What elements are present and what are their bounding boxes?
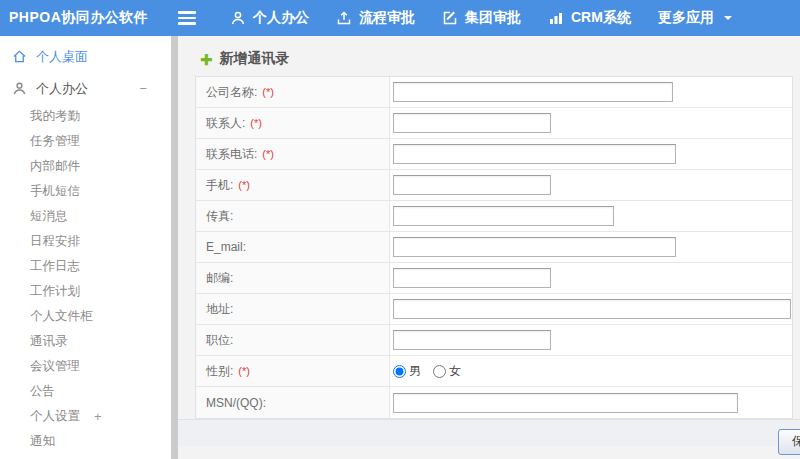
nav-item-2[interactable]: 流程审批 [336, 9, 415, 27]
sidebar-item-个人文件柜[interactable]: 个人文件柜 [0, 304, 171, 329]
nav-item-label: 流程审批 [359, 9, 415, 27]
sidebar-item-个人办公[interactable]: 个人办公− [0, 75, 171, 102]
fax-input[interactable] [393, 206, 614, 226]
contact-person-input[interactable] [393, 113, 551, 133]
gender-radio[interactable] [393, 365, 406, 378]
field-value-position [390, 325, 792, 355]
sidebar-item-公告[interactable]: 公告 [0, 379, 171, 404]
nav-item-3[interactable]: 集团审批 [442, 9, 521, 27]
nav-item-5[interactable]: 更多应用 [658, 9, 733, 27]
position-input[interactable] [393, 330, 551, 350]
field-value-email [390, 232, 792, 262]
field-label-msn-qq: MSN/(QQ): [196, 387, 390, 418]
sidebar-item-通知[interactable]: 通知 [0, 429, 171, 454]
form-row-mobile: 手机:(*) [196, 170, 792, 201]
form-row-msn-qq: MSN/(QQ): [196, 387, 792, 418]
hamburger-icon[interactable] [178, 11, 196, 25]
radio-option-label: 女 [449, 363, 461, 380]
nav-item-4[interactable]: CRM系统 [548, 9, 631, 27]
field-value-gender: 男女 [390, 356, 792, 386]
required-marker: (*) [250, 117, 262, 129]
field-value-contact-phone [390, 139, 792, 169]
field-label-text: 联系人: [206, 115, 245, 132]
top-navbar: PHPOA协同办公软件 个人办公流程审批集团审批CRM系统更多应用 [0, 0, 800, 36]
form-row-contact-person: 联系人:(*) [196, 108, 792, 139]
sidebar-scrollbar[interactable] [171, 36, 178, 459]
field-label-text: 手机: [206, 177, 233, 194]
app-title: PHPOA协同办公软件 [0, 9, 178, 27]
sidebar-item-任务管理[interactable]: 任务管理 [0, 129, 171, 154]
mobile-input[interactable] [393, 175, 551, 195]
field-label-fax: 传真: [196, 201, 390, 231]
top-nav-items: 个人办公流程审批集团审批CRM系统更多应用 [230, 9, 733, 27]
sidebar-item-label: 个人文件柜 [30, 308, 93, 325]
save-button[interactable]: 保存 [778, 429, 800, 455]
sidebar-item-label: 个人桌面 [36, 48, 88, 66]
field-value-msn-qq [390, 387, 792, 418]
sidebar-item-个人设置[interactable]: 个人设置+ [0, 404, 171, 429]
form-footer: 保存 [178, 419, 800, 447]
sidebar-item-工作日志[interactable]: 工作日志 [0, 254, 171, 279]
form-row-gender: 性别:(*)男女 [196, 356, 792, 387]
field-label-mobile: 手机:(*) [196, 170, 390, 200]
msn-qq-input[interactable] [393, 393, 738, 413]
bar-chart-icon [548, 10, 564, 26]
sidebar-item-个人桌面[interactable]: 个人桌面 [0, 43, 171, 70]
field-label-gender: 性别:(*) [196, 356, 390, 386]
field-label-text: MSN/(QQ): [206, 396, 266, 410]
field-value-contact-person [390, 108, 792, 138]
sidebar-item-内部邮件[interactable]: 内部邮件 [0, 154, 171, 179]
contact-form: 公司名称:(*)联系人:(*)联系电话:(*)手机:(*)传真:E_mail:邮… [195, 76, 793, 419]
sidebar-item-label: 内部邮件 [30, 158, 80, 175]
gender-option-女[interactable]: 女 [433, 363, 461, 380]
nav-item-1[interactable]: 个人办公 [230, 9, 309, 27]
nav-item-label: CRM系统 [571, 9, 631, 27]
page-title-text: 新增通讯录 [220, 50, 290, 68]
address-input[interactable] [393, 299, 791, 319]
required-marker: (*) [262, 148, 274, 160]
field-value-address [390, 294, 792, 324]
field-value-mobile [390, 170, 792, 200]
gender-radio[interactable] [433, 365, 446, 378]
zip-code-input[interactable] [393, 268, 551, 288]
sidebar-item-label: 通知 [30, 433, 55, 450]
caret-down-icon [723, 13, 733, 23]
sidebar-item-label: 短消息 [30, 208, 68, 225]
field-label-email: E_mail: [196, 232, 390, 262]
page-title: ✚ 新增通讯录 [200, 50, 800, 68]
user-icon [230, 10, 246, 26]
sidebar-item-label: 手机短信 [30, 183, 80, 200]
sidebar-item-会议管理[interactable]: 会议管理 [0, 354, 171, 379]
sidebar-item-label: 会议管理 [30, 358, 80, 375]
required-marker: (*) [262, 86, 274, 98]
sidebar-item-label: 工作日志 [30, 258, 80, 275]
sidebar-item-日程安排[interactable]: 日程安排 [0, 229, 171, 254]
field-label-text: 职位: [206, 332, 233, 349]
field-label-text: E_mail: [206, 240, 246, 254]
edit-icon [442, 10, 458, 26]
company-name-input[interactable] [393, 82, 673, 102]
form-row-position: 职位: [196, 325, 792, 356]
main-layout: 个人桌面个人办公−我的考勤任务管理内部邮件手机短信短消息日程安排工作日志工作计划… [0, 36, 800, 459]
sidebar-item-label: 日程安排 [30, 233, 80, 250]
sidebar-item-工作计划[interactable]: 工作计划 [0, 279, 171, 304]
contact-phone-input[interactable] [393, 144, 676, 164]
upload-icon [336, 10, 352, 26]
sidebar-item-我的考勤[interactable]: 我的考勤 [0, 104, 171, 129]
field-label-text: 邮编: [206, 270, 233, 287]
field-label-position: 职位: [196, 325, 390, 355]
sidebar-item-手机短信[interactable]: 手机短信 [0, 179, 171, 204]
gender-option-男[interactable]: 男 [393, 363, 421, 380]
gender-radio-group: 男女 [393, 363, 461, 380]
sidebar-item-label: 工作计划 [30, 283, 80, 300]
user-icon [12, 81, 27, 96]
field-label-contact-phone: 联系电话:(*) [196, 139, 390, 169]
sidebar-item-短消息[interactable]: 短消息 [0, 204, 171, 229]
field-label-text: 传真: [206, 208, 233, 225]
expand-icon[interactable]: + [94, 409, 102, 424]
collapse-icon[interactable]: − [139, 81, 147, 96]
field-value-fax [390, 201, 792, 231]
sidebar-item-通讯录[interactable]: 通讯录 [0, 329, 171, 354]
email-input[interactable] [393, 237, 676, 257]
field-label-text: 公司名称: [206, 84, 257, 101]
